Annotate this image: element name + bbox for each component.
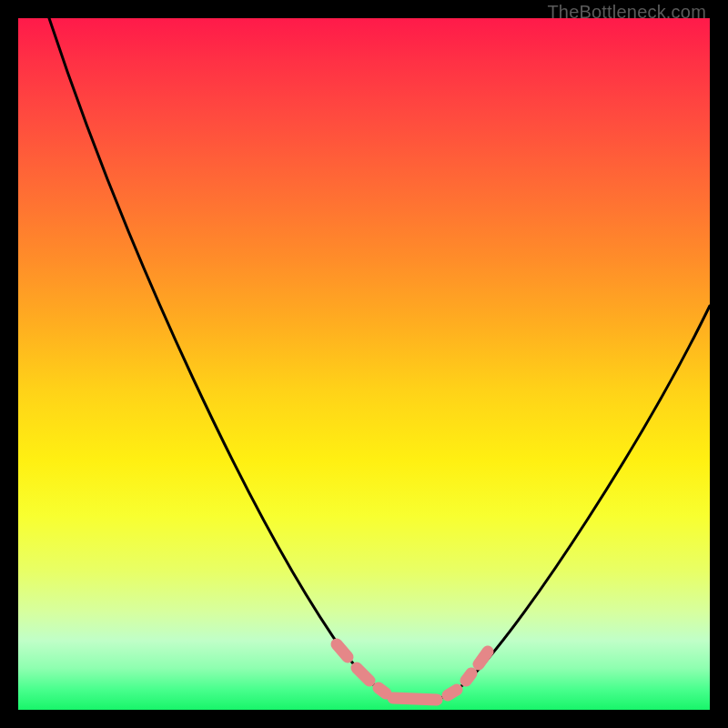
svg-line-0	[337, 644, 348, 657]
plot-area	[18, 18, 710, 710]
curve-layer	[18, 18, 710, 710]
svg-line-4	[448, 690, 457, 695]
svg-line-1	[357, 668, 369, 681]
svg-line-3	[393, 698, 437, 700]
svg-line-2	[379, 688, 386, 693]
attribution-label: TheBottleneck.com	[547, 2, 706, 23]
svg-line-5	[466, 673, 471, 681]
highlight-markers	[337, 644, 488, 700]
bottleneck-curve	[49, 18, 710, 701]
svg-line-6	[479, 652, 488, 664]
chart-frame: TheBottleneck.com	[0, 0, 728, 728]
